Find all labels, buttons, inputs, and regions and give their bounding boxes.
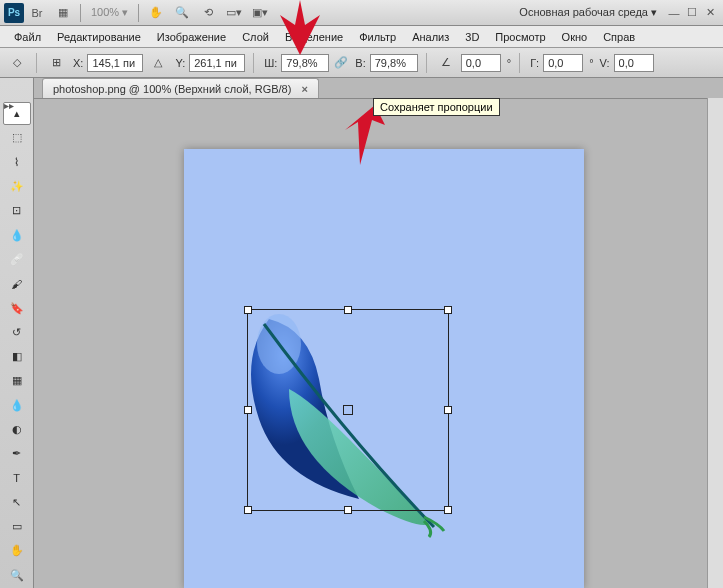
separator bbox=[36, 53, 37, 73]
menu-view[interactable]: Просмотр bbox=[487, 28, 553, 46]
dodge-tool[interactable]: ◐ bbox=[3, 418, 31, 441]
minimize-button[interactable]: — bbox=[666, 6, 682, 20]
skew-v-input[interactable] bbox=[614, 54, 654, 72]
minibridge-icon[interactable]: ▦ bbox=[52, 3, 74, 23]
deg-label: ° bbox=[507, 57, 511, 69]
handle-bottom-mid[interactable] bbox=[344, 506, 352, 514]
healing-tool[interactable]: 🩹 bbox=[3, 248, 31, 271]
workspace-switcher[interactable]: Основная рабочая среда ▾ bbox=[519, 6, 657, 19]
brush-tool[interactable]: 🖌 bbox=[3, 272, 31, 295]
bridge-icon[interactable]: Br bbox=[26, 3, 48, 23]
stamp-tool[interactable]: 🔖 bbox=[3, 296, 31, 319]
close-button[interactable]: ✕ bbox=[702, 6, 718, 20]
zoom-level[interactable]: 100% ▾ bbox=[91, 6, 128, 19]
handle-top-left[interactable] bbox=[244, 306, 252, 314]
separator bbox=[253, 53, 254, 73]
wand-tool[interactable]: ✨ bbox=[3, 175, 31, 198]
x-label: X: bbox=[73, 57, 83, 69]
separator bbox=[138, 4, 139, 22]
y-label: Y: bbox=[175, 57, 185, 69]
document-title: photoshop.png @ 100% (Верхний слой, RGB/… bbox=[53, 83, 291, 95]
close-tab-icon[interactable]: × bbox=[301, 83, 307, 95]
document-tab[interactable]: photoshop.png @ 100% (Верхний слой, RGB/… bbox=[42, 78, 319, 98]
height-input[interactable] bbox=[370, 54, 418, 72]
app-logo: Ps bbox=[4, 3, 24, 23]
separator bbox=[519, 53, 520, 73]
lasso-tool[interactable]: ⌇ bbox=[3, 151, 31, 174]
y-input[interactable] bbox=[189, 54, 245, 72]
rotate-icon[interactable]: ⟲ bbox=[197, 3, 219, 23]
canvas[interactable] bbox=[184, 149, 584, 588]
separator bbox=[80, 4, 81, 22]
handle-bottom-left[interactable] bbox=[244, 506, 252, 514]
x-input[interactable] bbox=[87, 54, 143, 72]
angle-icon: ∠ bbox=[435, 52, 457, 74]
crop-tool[interactable]: ⊡ bbox=[3, 199, 31, 222]
canvas-viewport[interactable] bbox=[34, 98, 707, 588]
skew-v-label: V: bbox=[600, 57, 610, 69]
reference-point-icon[interactable]: ⊞ bbox=[45, 52, 67, 74]
blur-tool[interactable]: 💧 bbox=[3, 394, 31, 417]
annotation-arrow-1 bbox=[270, 0, 330, 60]
transform-center[interactable] bbox=[343, 405, 353, 415]
transform-icon[interactable]: ◇ bbox=[6, 52, 28, 74]
menu-window[interactable]: Окно bbox=[554, 28, 596, 46]
handle-bottom-right[interactable] bbox=[444, 506, 452, 514]
handle-top-right[interactable] bbox=[444, 306, 452, 314]
maximize-button[interactable]: ☐ bbox=[684, 6, 700, 20]
screen-mode-icon[interactable]: ▣▾ bbox=[249, 3, 271, 23]
skew-h-input[interactable] bbox=[543, 54, 583, 72]
pen-tool[interactable]: ✒ bbox=[3, 442, 31, 465]
angle-input[interactable] bbox=[461, 54, 501, 72]
marquee-tool[interactable]: ⬚ bbox=[3, 126, 31, 149]
collapse-arrow-icon[interactable]: ▸▸ bbox=[4, 100, 14, 111]
shape-tool[interactable]: ▭ bbox=[3, 515, 31, 538]
tools-panel: ▴ ⬚ ⌇ ✨ ⊡ 💧 🩹 🖌 🔖 ↺ ◧ ▦ 💧 ◐ ✒ T ↖ ▭ ✋ 🔍 bbox=[0, 78, 34, 588]
path-tool[interactable]: ↖ bbox=[3, 491, 31, 514]
menu-bar: Файл Редактирование Изображение Слой Выд… bbox=[0, 26, 723, 48]
menu-analysis[interactable]: Анализ bbox=[404, 28, 457, 46]
separator bbox=[426, 53, 427, 73]
gradient-tool[interactable]: ▦ bbox=[3, 369, 31, 392]
deg-label2: ° bbox=[589, 57, 593, 69]
menu-help[interactable]: Справ bbox=[595, 28, 643, 46]
type-tool[interactable]: T bbox=[3, 466, 31, 489]
menu-edit[interactable]: Редактирование bbox=[49, 28, 149, 46]
transform-bounding-box[interactable] bbox=[247, 309, 449, 511]
menu-filter[interactable]: Фильтр bbox=[351, 28, 404, 46]
menu-3d[interactable]: 3D bbox=[457, 28, 487, 46]
svg-marker-1 bbox=[280, 0, 320, 55]
zoom-tool[interactable]: 🔍 bbox=[3, 564, 31, 587]
hand-tool[interactable]: ✋ bbox=[3, 539, 31, 562]
delta-icon[interactable]: △ bbox=[147, 52, 169, 74]
skew-h-label: Г: bbox=[530, 57, 539, 69]
link-icon[interactable]: 🔗 bbox=[333, 55, 349, 71]
arrange-icon[interactable]: ▭▾ bbox=[223, 3, 245, 23]
vertical-scrollbar[interactable] bbox=[707, 98, 723, 588]
eyedropper-tool[interactable]: 💧 bbox=[3, 223, 31, 246]
menu-image[interactable]: Изображение bbox=[149, 28, 234, 46]
hand-icon[interactable]: ✋ bbox=[145, 3, 167, 23]
history-brush-tool[interactable]: ↺ bbox=[3, 321, 31, 344]
title-bar: Ps Br ▦ 100% ▾ ✋ 🔍 ⟲ ▭▾ ▣▾ Основная рабо… bbox=[0, 0, 723, 26]
height-label: В: bbox=[355, 57, 365, 69]
eraser-tool[interactable]: ◧ bbox=[3, 345, 31, 368]
handle-top-mid[interactable] bbox=[344, 306, 352, 314]
zoom-icon[interactable]: 🔍 bbox=[171, 3, 193, 23]
handle-mid-left[interactable] bbox=[244, 406, 252, 414]
menu-file[interactable]: Файл bbox=[6, 28, 49, 46]
handle-mid-right[interactable] bbox=[444, 406, 452, 414]
tooltip: Сохраняет пропорции bbox=[373, 98, 500, 116]
options-bar: ◇ ⊞ X: △ Y: Ш: 🔗 В: ∠ ° Г: ° V: bbox=[0, 48, 723, 78]
